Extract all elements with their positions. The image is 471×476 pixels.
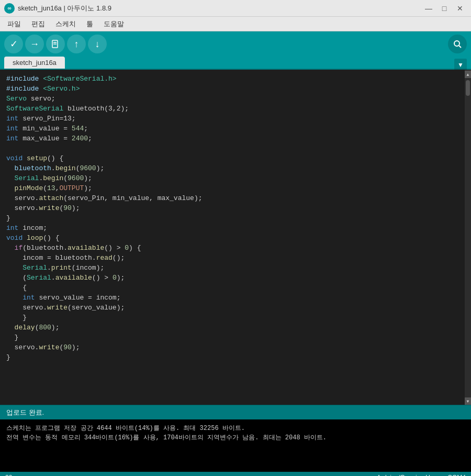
close-button[interactable]: ✕ bbox=[453, 3, 467, 14]
menu-edit[interactable]: 편집 bbox=[26, 18, 50, 30]
code-line: servo.write(90); bbox=[6, 203, 458, 213]
verify-button[interactable]: ✓ bbox=[4, 35, 23, 53]
tab-bar: sketch_jun16a ▼ bbox=[0, 57, 471, 70]
code-line: void setup() { bbox=[6, 153, 458, 163]
menu-file[interactable]: 파일 bbox=[2, 18, 26, 30]
console-line-1: 스케치는 프로그램 저장 공간 4644 바이트(14%)를 사용. 최대 32… bbox=[6, 424, 465, 433]
menu-help[interactable]: 도움말 bbox=[98, 18, 129, 30]
status-line-number: 30 bbox=[5, 474, 12, 476]
code-line: incom = bluetooth.read(); bbox=[6, 253, 458, 263]
code-line: servo.write(90); bbox=[6, 342, 458, 352]
code-line: (Serial.available() > 0); bbox=[6, 273, 458, 283]
vertical-scrollbar[interactable]: ▲ ▼ bbox=[465, 70, 471, 405]
code-line: { bbox=[6, 283, 458, 293]
title-bar: ∞ sketch_jun16a | 아두이노 1.8.9 — □ ✕ bbox=[0, 0, 471, 17]
code-line bbox=[6, 143, 458, 153]
code-line: int incom; bbox=[6, 223, 458, 233]
new-button[interactable] bbox=[46, 35, 65, 53]
status-board-info: Arduino/Genuino Uno on COM4 bbox=[377, 474, 466, 476]
code-line: Serial.begin(9600); bbox=[6, 173, 458, 183]
console-line-2: 전역 변수는 동적 메모리 344바이트(16%)를 사용, 1704바이트의 … bbox=[6, 433, 465, 442]
code-line: bluetooth.begin(9600); bbox=[6, 163, 458, 173]
toolbar-left: ✓ → ↑ ↓ bbox=[4, 35, 107, 53]
status-bar: 30 Arduino/Genuino Uno on COM4 bbox=[0, 472, 471, 476]
code-line: #include <Servo.h> bbox=[6, 84, 458, 94]
code-line: SoftwareSerial bluetooth(3,2); bbox=[6, 104, 458, 114]
upload-button[interactable]: → bbox=[25, 35, 44, 53]
window-title: sketch_jun16a | 아두이노 1.8.9 bbox=[18, 4, 111, 13]
console-body: 스케치는 프로그램 저장 공간 4644 바이트(14%)를 사용. 최대 32… bbox=[0, 419, 471, 472]
minimize-button[interactable]: — bbox=[422, 3, 435, 14]
console-header: 업로드 완료. bbox=[0, 405, 471, 419]
editor-container: #include <SoftwareSerial.h> #include <Se… bbox=[0, 70, 471, 405]
menu-sketch[interactable]: 스케치 bbox=[50, 18, 81, 30]
code-line: } bbox=[6, 333, 458, 342]
title-left: ∞ sketch_jun16a | 아두이노 1.8.9 bbox=[4, 3, 111, 14]
scroll-up-arrow[interactable]: ▲ bbox=[465, 71, 471, 78]
code-line: } bbox=[6, 313, 458, 323]
toolbar: ✓ → ↑ ↓ bbox=[0, 31, 471, 57]
maximize-button[interactable]: □ bbox=[438, 3, 451, 14]
scroll-down-arrow[interactable]: ▼ bbox=[465, 397, 471, 405]
tab-label: sketch_jun16a bbox=[13, 59, 57, 67]
window-controls: — □ ✕ bbox=[422, 3, 467, 14]
code-editor[interactable]: #include <SoftwareSerial.h> #include <Se… bbox=[0, 70, 465, 405]
menu-tools[interactable]: 툴 bbox=[81, 18, 98, 30]
search-button[interactable] bbox=[448, 35, 467, 53]
code-line: int max_value = 2400; bbox=[6, 134, 458, 143]
editor-tab[interactable]: sketch_jun16a bbox=[4, 57, 65, 69]
code-line: pinMode(13,OUTPUT); bbox=[6, 183, 458, 193]
app-logo: ∞ bbox=[4, 3, 15, 14]
code-line: Servo servo; bbox=[6, 94, 458, 104]
code-line: Serial.print(incom); bbox=[6, 263, 458, 273]
open-button[interactable]: ↑ bbox=[67, 35, 86, 53]
code-line: int min_value = 544; bbox=[6, 124, 458, 134]
code-line: int servo_value = incom; bbox=[6, 293, 458, 303]
code-line: } bbox=[6, 352, 458, 362]
console-status: 업로드 완료. bbox=[6, 408, 44, 417]
svg-line-4 bbox=[459, 46, 461, 48]
code-line: void loop() { bbox=[6, 233, 458, 243]
code-line: if(bluetooth.available() > 0) { bbox=[6, 243, 458, 253]
code-line: } bbox=[6, 213, 458, 223]
code-line: delay(800); bbox=[6, 323, 458, 333]
code-line: int servo_Pin=13; bbox=[6, 114, 458, 124]
code-line: servo.attach(servo_Pin, min_value, max_v… bbox=[6, 193, 458, 203]
code-line: #include <SoftwareSerial.h> bbox=[6, 74, 458, 84]
scroll-thumb[interactable] bbox=[466, 80, 470, 96]
menu-bar: 파일 편집 스케치 툴 도움말 bbox=[0, 17, 471, 31]
svg-point-3 bbox=[454, 41, 459, 46]
code-line: servo.write(servo_value); bbox=[6, 303, 458, 313]
save-button[interactable]: ↓ bbox=[88, 35, 107, 53]
